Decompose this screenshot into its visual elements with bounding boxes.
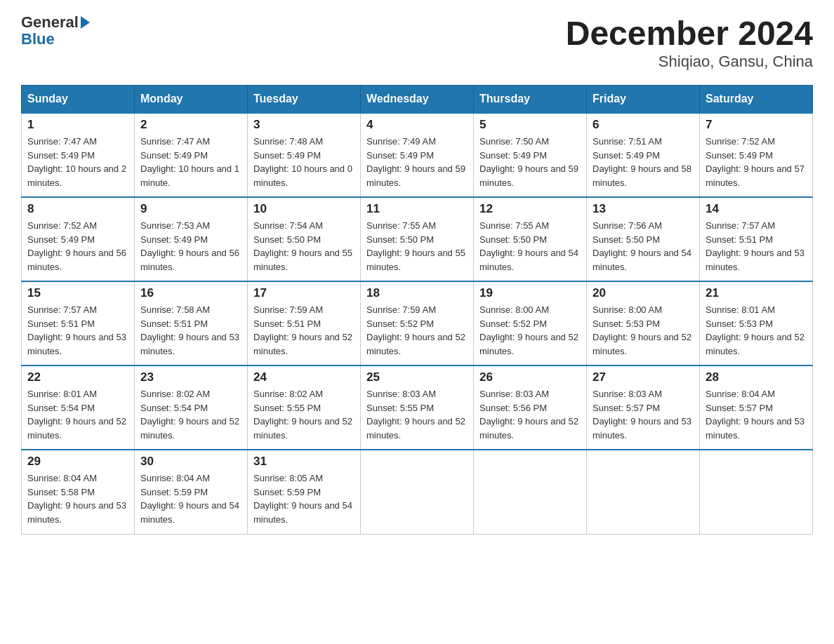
day-number: 25 xyxy=(366,370,468,384)
day-info: Sunrise: 7:55 AM Sunset: 5:50 PM Dayligh… xyxy=(366,219,468,274)
calendar-week-row: 15 Sunrise: 7:57 AM Sunset: 5:51 PM Dayl… xyxy=(22,281,813,365)
calendar-day-cell: 22 Sunrise: 8:01 AM Sunset: 5:54 PM Dayl… xyxy=(22,365,135,450)
day-info: Sunrise: 7:55 AM Sunset: 5:50 PM Dayligh… xyxy=(479,219,581,274)
day-number: 14 xyxy=(706,202,807,216)
calendar-week-row: 1 Sunrise: 7:47 AM Sunset: 5:49 PM Dayli… xyxy=(22,113,813,197)
calendar-header-row: SundayMondayTuesdayWednesdayThursdayFrid… xyxy=(22,86,813,114)
calendar-day-cell: 2 Sunrise: 7:47 AM Sunset: 5:49 PM Dayli… xyxy=(135,113,248,197)
day-number: 15 xyxy=(27,286,128,300)
day-number: 19 xyxy=(479,286,581,300)
calendar-empty-cell xyxy=(700,450,813,534)
day-number: 31 xyxy=(253,455,355,469)
day-number: 11 xyxy=(366,202,468,216)
day-info: Sunrise: 8:04 AM Sunset: 5:58 PM Dayligh… xyxy=(27,471,128,526)
day-number: 10 xyxy=(253,202,355,216)
calendar-day-cell: 8 Sunrise: 7:52 AM Sunset: 5:49 PM Dayli… xyxy=(22,197,135,281)
day-number: 23 xyxy=(140,370,241,384)
calendar-empty-cell xyxy=(474,450,587,534)
day-number: 4 xyxy=(366,118,468,132)
day-info: Sunrise: 7:52 AM Sunset: 5:49 PM Dayligh… xyxy=(706,135,807,189)
day-number: 6 xyxy=(593,118,694,132)
calendar-empty-cell xyxy=(587,450,700,534)
day-info: Sunrise: 8:02 AM Sunset: 5:55 PM Dayligh… xyxy=(253,387,355,442)
calendar-week-row: 22 Sunrise: 8:01 AM Sunset: 5:54 PM Dayl… xyxy=(22,365,813,450)
day-number: 7 xyxy=(706,118,807,132)
day-info: Sunrise: 7:47 AM Sunset: 5:49 PM Dayligh… xyxy=(27,135,128,189)
calendar-day-cell: 14 Sunrise: 7:57 AM Sunset: 5:51 PM Dayl… xyxy=(700,197,813,281)
day-number: 28 xyxy=(706,370,807,384)
day-number: 5 xyxy=(479,118,581,132)
calendar-table: SundayMondayTuesdayWednesdayThursdayFrid… xyxy=(21,85,813,535)
calendar-day-cell: 25 Sunrise: 8:03 AM Sunset: 5:55 PM Dayl… xyxy=(361,365,474,450)
day-number: 2 xyxy=(140,118,241,132)
day-info: Sunrise: 8:03 AM Sunset: 5:55 PM Dayligh… xyxy=(366,387,468,442)
logo-text-blue: Blue xyxy=(21,30,55,48)
day-info: Sunrise: 7:49 AM Sunset: 5:49 PM Dayligh… xyxy=(366,135,468,189)
calendar-day-cell: 3 Sunrise: 7:48 AM Sunset: 5:49 PM Dayli… xyxy=(248,113,361,197)
day-number: 16 xyxy=(140,286,241,300)
calendar-day-cell: 31 Sunrise: 8:05 AM Sunset: 5:59 PM Dayl… xyxy=(248,450,361,534)
calendar-day-cell: 19 Sunrise: 8:00 AM Sunset: 5:52 PM Dayl… xyxy=(474,281,587,365)
day-number: 21 xyxy=(706,286,807,300)
calendar-day-cell: 24 Sunrise: 8:02 AM Sunset: 5:55 PM Dayl… xyxy=(248,365,361,450)
calendar-day-cell: 23 Sunrise: 8:02 AM Sunset: 5:54 PM Dayl… xyxy=(135,365,248,450)
day-info: Sunrise: 8:03 AM Sunset: 5:57 PM Dayligh… xyxy=(593,387,694,442)
calendar-week-row: 8 Sunrise: 7:52 AM Sunset: 5:49 PM Dayli… xyxy=(22,197,813,281)
day-info: Sunrise: 8:01 AM Sunset: 5:54 PM Dayligh… xyxy=(27,387,128,442)
day-number: 17 xyxy=(253,286,355,300)
calendar-day-cell: 1 Sunrise: 7:47 AM Sunset: 5:49 PM Dayli… xyxy=(22,113,135,197)
calendar-day-cell: 17 Sunrise: 7:59 AM Sunset: 5:51 PM Dayl… xyxy=(248,281,361,365)
calendar-day-cell: 21 Sunrise: 8:01 AM Sunset: 5:53 PM Dayl… xyxy=(700,281,813,365)
calendar-day-cell: 5 Sunrise: 7:50 AM Sunset: 5:49 PM Dayli… xyxy=(474,113,587,197)
day-info: Sunrise: 8:01 AM Sunset: 5:53 PM Dayligh… xyxy=(706,303,807,358)
day-info: Sunrise: 7:50 AM Sunset: 5:49 PM Dayligh… xyxy=(479,135,581,189)
calendar-day-cell: 29 Sunrise: 8:04 AM Sunset: 5:58 PM Dayl… xyxy=(22,450,135,534)
day-info: Sunrise: 8:00 AM Sunset: 5:53 PM Dayligh… xyxy=(593,303,694,358)
calendar-day-cell: 28 Sunrise: 8:04 AM Sunset: 5:57 PM Dayl… xyxy=(700,365,813,450)
day-number: 26 xyxy=(479,370,581,384)
logo: General Blue xyxy=(21,14,90,48)
calendar-day-cell: 13 Sunrise: 7:56 AM Sunset: 5:50 PM Dayl… xyxy=(587,197,700,281)
day-info: Sunrise: 8:04 AM Sunset: 5:57 PM Dayligh… xyxy=(706,387,807,442)
day-number: 24 xyxy=(253,370,355,384)
day-info: Sunrise: 7:54 AM Sunset: 5:50 PM Dayligh… xyxy=(253,219,355,274)
column-header-monday: Monday xyxy=(135,86,248,114)
calendar-empty-cell xyxy=(361,450,474,534)
calendar-day-cell: 9 Sunrise: 7:53 AM Sunset: 5:49 PM Dayli… xyxy=(135,197,248,281)
calendar-day-cell: 4 Sunrise: 7:49 AM Sunset: 5:49 PM Dayli… xyxy=(361,113,474,197)
day-info: Sunrise: 8:05 AM Sunset: 5:59 PM Dayligh… xyxy=(253,471,355,526)
page-header: General Blue December 2024 Shiqiao, Gans… xyxy=(21,14,813,71)
calendar-week-row: 29 Sunrise: 8:04 AM Sunset: 5:58 PM Dayl… xyxy=(22,450,813,534)
day-info: Sunrise: 7:58 AM Sunset: 5:51 PM Dayligh… xyxy=(140,303,241,358)
logo-arrow-icon xyxy=(81,16,90,29)
calendar-day-cell: 20 Sunrise: 8:00 AM Sunset: 5:53 PM Dayl… xyxy=(587,281,700,365)
day-info: Sunrise: 7:59 AM Sunset: 5:51 PM Dayligh… xyxy=(253,303,355,358)
day-info: Sunrise: 7:57 AM Sunset: 5:51 PM Dayligh… xyxy=(27,303,128,358)
day-info: Sunrise: 8:04 AM Sunset: 5:59 PM Dayligh… xyxy=(140,471,241,526)
column-header-wednesday: Wednesday xyxy=(361,86,474,114)
day-info: Sunrise: 8:02 AM Sunset: 5:54 PM Dayligh… xyxy=(140,387,241,442)
day-info: Sunrise: 7:47 AM Sunset: 5:49 PM Dayligh… xyxy=(140,135,241,189)
calendar-day-cell: 18 Sunrise: 7:59 AM Sunset: 5:52 PM Dayl… xyxy=(361,281,474,365)
day-number: 20 xyxy=(593,286,694,300)
day-number: 8 xyxy=(27,202,128,216)
day-number: 27 xyxy=(593,370,694,384)
day-info: Sunrise: 7:59 AM Sunset: 5:52 PM Dayligh… xyxy=(366,303,468,358)
calendar-day-cell: 10 Sunrise: 7:54 AM Sunset: 5:50 PM Dayl… xyxy=(248,197,361,281)
calendar-subtitle: Shiqiao, Gansu, China xyxy=(566,53,813,71)
calendar-day-cell: 26 Sunrise: 8:03 AM Sunset: 5:56 PM Dayl… xyxy=(474,365,587,450)
day-info: Sunrise: 7:53 AM Sunset: 5:49 PM Dayligh… xyxy=(140,219,241,274)
calendar-day-cell: 16 Sunrise: 7:58 AM Sunset: 5:51 PM Dayl… xyxy=(135,281,248,365)
logo-text-general: General xyxy=(21,13,79,31)
calendar-day-cell: 6 Sunrise: 7:51 AM Sunset: 5:49 PM Dayli… xyxy=(587,113,700,197)
day-number: 3 xyxy=(253,118,355,132)
day-info: Sunrise: 7:56 AM Sunset: 5:50 PM Dayligh… xyxy=(593,219,694,274)
calendar-day-cell: 15 Sunrise: 7:57 AM Sunset: 5:51 PM Dayl… xyxy=(22,281,135,365)
column-header-friday: Friday xyxy=(587,86,700,114)
column-header-tuesday: Tuesday xyxy=(248,86,361,114)
day-info: Sunrise: 7:52 AM Sunset: 5:49 PM Dayligh… xyxy=(27,219,128,274)
day-number: 9 xyxy=(140,202,241,216)
day-number: 30 xyxy=(140,455,241,469)
title-block: December 2024 Shiqiao, Gansu, China xyxy=(566,14,813,71)
day-info: Sunrise: 7:51 AM Sunset: 5:49 PM Dayligh… xyxy=(593,135,694,189)
